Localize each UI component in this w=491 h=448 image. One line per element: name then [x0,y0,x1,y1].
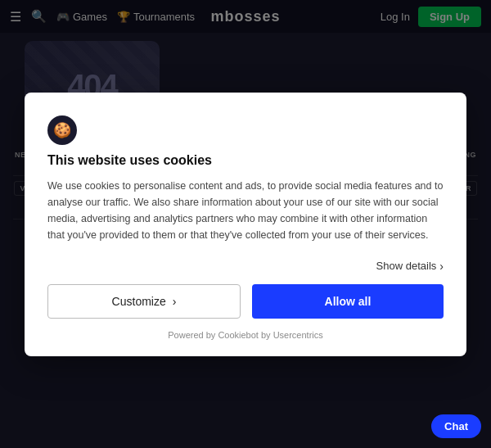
customize-chevron-icon: › [173,295,177,308]
modal-overlay: This website uses cookies We use cookies… [0,0,491,448]
cookie-modal: This website uses cookies We use cookies… [25,93,466,356]
allow-all-button[interactable]: Allow all [252,284,444,319]
cookie-footer: Powered by Cookiebot by Usercentrics [47,330,444,340]
cookie-title: This website uses cookies [47,153,444,168]
cookie-body: We use cookies to personalise content an… [47,178,444,243]
cookie-actions: Show details › [47,260,444,273]
show-details-label: Show details [376,260,437,272]
customize-button[interactable]: Customize › [47,284,241,319]
cookie-footer-text: Powered by Cookiebot by Usercentrics [168,330,323,340]
chat-button[interactable]: Chat [431,414,481,438]
cookie-buttons: Customize › Allow all [47,284,444,319]
cookie-logo-icon [47,115,77,145]
show-details-button[interactable]: Show details › [376,260,444,273]
cookie-logo [47,115,444,145]
customize-label: Customize [112,295,166,308]
chevron-right-icon: › [439,260,444,273]
